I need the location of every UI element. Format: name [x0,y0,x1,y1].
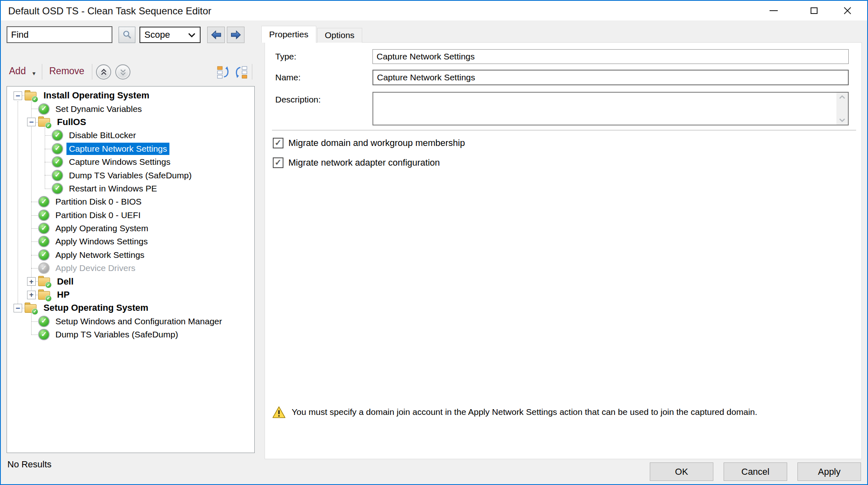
find-input[interactable] [7,26,112,43]
tree-expander-toggle[interactable]: − [14,91,22,100]
tree-item[interactable]: − ✓ FullOS [7,116,254,129]
tree-expander-toggle[interactable]: − [14,304,22,312]
step-success-icon: ✓ [38,262,50,274]
maximize-icon [811,7,818,14]
window-title: Default OSD TS - Clean Task Sequence Edi… [8,5,211,17]
tree-expander-toggle[interactable]: + [27,291,36,299]
nav-back-icon [210,30,222,40]
tab-options[interactable]: Options [317,28,362,43]
description-scrollbar[interactable] [836,93,848,125]
tree-item[interactable]: ✓ Dump TS Variables (SafeDump) [7,328,254,341]
description-field[interactable] [373,93,836,125]
checkbox-group: ✓ Migrate domain and workgroup membershi… [273,137,465,177]
tree-item-label: Dump TS Variables (SafeDump) [53,328,180,341]
scroll-up-icon[interactable] [839,95,845,99]
toolbar-separator [252,64,252,80]
checkbox[interactable]: ✓ [273,157,283,168]
tree-item[interactable]: ✓ Setup Windows and Configuration Manage… [7,315,254,328]
tree-item[interactable]: ✓ Disable BitLocker [7,129,254,142]
tree-item[interactable]: ✓ Apply Network Settings [7,248,254,262]
find-previous-button[interactable] [207,27,225,43]
close-button[interactable] [834,1,861,20]
tree-item[interactable]: ✓ Apply Windows Settings [7,235,254,248]
move-up-circle-icon [99,68,108,77]
tree-item[interactable]: ✓ Capture Network Settings [7,142,254,155]
type-field[interactable] [372,49,849,64]
scope-select[interactable]: Scope [139,27,201,43]
tree-item-label: Capture Network Settings [66,143,169,155]
checkbox-check-icon: ✓ [275,157,282,167]
tree-connector-stub [45,189,52,189]
warning-icon [272,406,286,419]
step-success-icon: ✓ [38,316,50,327]
checkbox-row: ✓ Migrate network adapter configuration [273,157,465,168]
tree-item-label: FullOS [55,116,89,129]
tree-item-label: Apply Windows Settings [53,235,150,248]
tree-item[interactable]: + ✓ Dell [7,275,254,288]
tree-item[interactable]: + ✓ HP [7,288,254,301]
title-bar: Default OSD TS - Clean Task Sequence Edi… [1,1,867,20]
checkbox[interactable]: ✓ [273,138,283,148]
tree-view: − ✓ Install Operating System ✓ Set Dynam… [7,86,255,453]
tree-item[interactable]: ✓ Partition Disk 0 - UEFI [7,209,254,222]
tree-item-label: Setup Operating System [41,301,151,314]
tree-item-label: Capture Windows Settings [66,156,173,168]
tab-properties[interactable]: Properties [261,26,316,43]
tab-strip: PropertiesOptions [261,26,363,43]
step-success-icon: ✓ [38,223,50,234]
move-step-down-button[interactable] [115,64,130,80]
checkbox-label: Migrate domain and workgroup membership [288,138,465,148]
collapse-reorder-button[interactable] [216,65,231,80]
find-next-button[interactable] [227,27,244,43]
add-button[interactable]: Add [9,66,26,77]
folder-check-icon: ✓ [38,116,51,128]
search-button[interactable] [119,27,135,43]
tree-item[interactable]: ✓ Partition Disk 0 - BIOS [7,195,254,208]
minimize-button[interactable] [761,1,787,20]
tree-item[interactable]: ✓ Apply Operating System [7,222,254,235]
tree-expander-toggle[interactable]: − [27,118,36,126]
tree-item-label: Apply Network Settings [53,249,147,261]
move-step-up-button[interactable] [96,64,111,80]
add-dropdown-caret-icon[interactable]: ▾ [32,70,36,77]
tree-item-label: Restart in Windows PE [66,182,160,195]
tree-item-label: Setup Windows and Configuration Manager [53,315,224,328]
step-success-icon: ✓ [52,143,63,155]
remove-button[interactable]: Remove [49,66,85,77]
folder-check-icon: ✓ [25,303,37,314]
expand-reorder-button[interactable] [234,65,249,80]
tree-item[interactable]: ✓ Apply Device Drivers [7,262,254,275]
name-field[interactable] [372,70,849,85]
search-icon [122,30,132,40]
ok-button[interactable]: OK [650,462,713,481]
tree-connector-stub [31,109,39,109]
tree-item[interactable]: ✓ Set Dynamic Variables [7,102,254,115]
tree-item[interactable]: ✓ Capture Windows Settings [7,155,254,168]
maximize-button[interactable] [801,1,827,20]
tree-item[interactable]: ✓ Dump TS Variables (SafeDump) [7,168,254,182]
tree-item[interactable]: − ✓ Install Operating System [7,89,254,102]
checkbox-label: Migrate network adapter configuration [288,157,440,168]
tree-item-label: Dump TS Variables (SafeDump) [66,169,194,182]
tree-connector-stub [31,255,39,255]
tree-connector-stub [31,241,39,242]
tree-item-label: Apply Operating System [53,222,151,235]
minimize-icon [770,10,778,11]
reorder-top-icon [216,65,230,79]
tree-item-label: Partition Disk 0 - BIOS [53,196,144,208]
tree-connector-stub [45,149,52,149]
tree-item-label: Dell [55,275,76,288]
description-label: Description: [275,95,321,105]
tree-item-label: HP [55,288,72,301]
description-field-wrap [372,92,849,125]
step-success-icon: ✓ [38,103,50,115]
tree-item[interactable]: − ✓ Setup Operating System [7,301,254,314]
step-success-icon: ✓ [52,130,63,141]
tree-item-label: Apply Device Drivers [53,262,138,274]
scroll-down-icon[interactable] [839,118,845,122]
tree-item[interactable]: ✓ Restart in Windows PE [7,182,254,195]
apply-button[interactable]: Apply [797,462,861,481]
tree-expander-toggle[interactable]: + [27,277,36,286]
step-success-icon: ✓ [38,196,50,207]
cancel-button[interactable]: Cancel [724,462,787,481]
